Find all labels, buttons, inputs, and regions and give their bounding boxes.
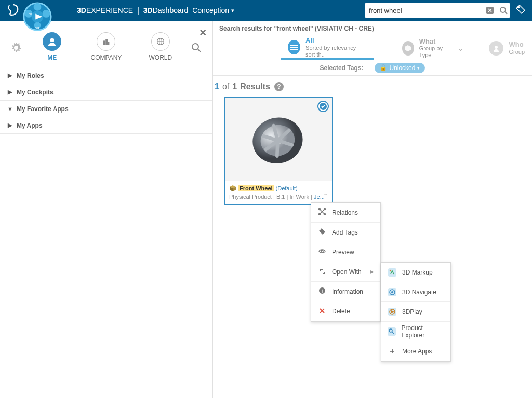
card-thumbnail: [225, 98, 332, 181]
filter-all-sub: Sorted by relevancy sort th..: [305, 45, 367, 58]
submenu-3d-markup[interactable]: 3D Markup: [381, 263, 450, 282]
filter-who[interactable]: Who Group: [482, 36, 532, 60]
svg-point-46: [391, 291, 393, 293]
app-icon: [388, 287, 397, 297]
app-icon: [388, 327, 396, 336]
menu-add-tags[interactable]: Add Tags: [311, 223, 380, 242]
info-icon: i: [317, 287, 327, 296]
nav-label: My Favorite Apps: [17, 105, 69, 113]
tab-company-label: COMPANY: [91, 54, 122, 61]
filter-all-title: All: [305, 36, 367, 45]
ds-logo-icon: [6, 4, 20, 17]
tab-company[interactable]: COMPANY: [79, 32, 133, 61]
svg-point-35: [319, 214, 321, 215]
result-name: Front Wheel: [238, 185, 274, 191]
menu-delete[interactable]: Delete: [311, 301, 380, 321]
tab-world-label: WORLD: [149, 54, 172, 61]
svg-text:i: i: [322, 288, 323, 294]
tags-bar: Selected Tags: 🔓 Unlocked ▾: [213, 60, 532, 76]
result-meta: Physical Product | B.1 | In Work | Je...: [229, 194, 328, 200]
arrow-icon: ▶: [7, 72, 12, 79]
tab-me[interactable]: ME: [25, 32, 79, 61]
submenu-label: More Apps: [402, 348, 432, 355]
app-icon: [388, 268, 397, 277]
settings-icon[interactable]: [7, 32, 25, 63]
svg-point-1: [34, 3, 42, 11]
relations-icon: [317, 208, 327, 217]
menu-label: Open With: [332, 268, 362, 276]
submenu-product-explorer[interactable]: Product Explorer: [381, 322, 450, 341]
help-icon[interactable]: ?: [274, 82, 284, 91]
cube-icon: [402, 41, 414, 56]
search-input[interactable]: [365, 7, 483, 15]
panel-search-icon[interactable]: [188, 32, 205, 63]
filter-what[interactable]: What Group by Type ⌄: [395, 36, 472, 60]
left-panel: × ME COMPANY WORLD: [0, 21, 213, 398]
submenu-3d-navigate[interactable]: 3D Navigate: [381, 282, 450, 302]
expand-card-icon[interactable]: ⌄: [323, 190, 328, 197]
svg-rect-23: [290, 47, 298, 48]
count-total: 1: [232, 82, 237, 91]
submenu-3dplay[interactable]: 3DPlay: [381, 302, 450, 322]
selected-check-icon[interactable]: [317, 101, 329, 112]
submenu-label: 3D Navigate: [402, 289, 436, 296]
clear-search-icon[interactable]: [483, 4, 497, 17]
svg-point-34: [324, 209, 326, 210]
submenu-more-apps[interactable]: +More Apps: [381, 341, 450, 361]
svg-point-20: [192, 44, 198, 50]
context-label: Conception: [192, 6, 229, 15]
nav-my-favorite-apps[interactable]: ▼My Favorite Apps: [0, 101, 212, 117]
wheel-image: [250, 111, 307, 168]
list-icon: [288, 40, 300, 54]
menu-preview[interactable]: Preview: [311, 242, 380, 262]
nav-my-cockpits[interactable]: ▶My Cockpits: [0, 84, 212, 101]
menu-information[interactable]: iInformation: [311, 282, 380, 301]
tags-icon[interactable]: [515, 4, 526, 17]
menu-relations[interactable]: Relations: [311, 203, 380, 223]
svg-point-25: [495, 46, 498, 49]
unlocked-label: Unlocked: [389, 64, 415, 72]
unlocked-pill[interactable]: 🔓 Unlocked ▾: [375, 63, 425, 73]
submenu-label: 3DPlay: [402, 308, 422, 315]
menu-label: Add Tags: [332, 229, 358, 236]
nav-my-apps[interactable]: ▶My Apps: [0, 117, 212, 134]
building-icon: [97, 32, 115, 51]
filter-what-title: What: [419, 37, 450, 46]
open-with-submenu: 3D Markup 3D Navigate 3DPlay Product Exp…: [381, 262, 451, 362]
card-info: Front Wheel(Default) Physical Product | …: [225, 181, 332, 204]
unlock-icon: 🔓: [380, 64, 387, 71]
svg-point-12: [518, 7, 520, 8]
svg-rect-14: [103, 40, 105, 45]
svg-point-13: [50, 38, 54, 42]
globe-icon: [151, 32, 170, 51]
filter-all[interactable]: All Sorted by relevancy sort th..: [281, 36, 374, 60]
submenu-label: 3D Markup: [402, 269, 433, 276]
result-card[interactable]: Front Wheel(Default) Physical Product | …: [224, 97, 333, 205]
compass-icon[interactable]: 3D V.R: [23, 2, 52, 31]
menu-label: Relations: [332, 209, 358, 216]
menu-label: Information: [332, 288, 363, 295]
svg-point-10: [500, 7, 506, 12]
menu-open-with[interactable]: Open With▶: [311, 262, 380, 282]
svg-point-36: [320, 229, 321, 230]
search-icon[interactable]: [497, 4, 510, 17]
filter-who-title: Who: [509, 40, 525, 49]
product-icon: [229, 185, 236, 192]
person-icon: [43, 32, 61, 51]
filter-bar: All Sorted by relevancy sort th.. What G…: [213, 36, 532, 60]
filter-who-sub: Group: [509, 49, 525, 56]
chevron-down-icon: ▾: [417, 65, 420, 71]
context-dropdown[interactable]: Conception ▾: [192, 6, 234, 15]
person-icon: [489, 41, 503, 56]
svg-rect-42: [388, 268, 396, 277]
svg-line-11: [505, 12, 507, 14]
chevron-down-icon: ⌄: [458, 44, 464, 52]
nav-my-roles[interactable]: ▶My Roles: [0, 67, 212, 84]
nav-list: ▶My Roles ▶My Cockpits ▼My Favorite Apps…: [0, 67, 212, 134]
app-icon: [388, 307, 397, 317]
results-header: Search results for "front wheel" (VISIAT…: [213, 21, 532, 36]
tag-icon: [317, 228, 327, 237]
arrow-icon: ▶: [7, 89, 12, 95]
count-current: 1: [215, 82, 219, 91]
tab-world[interactable]: WORLD: [134, 32, 188, 61]
